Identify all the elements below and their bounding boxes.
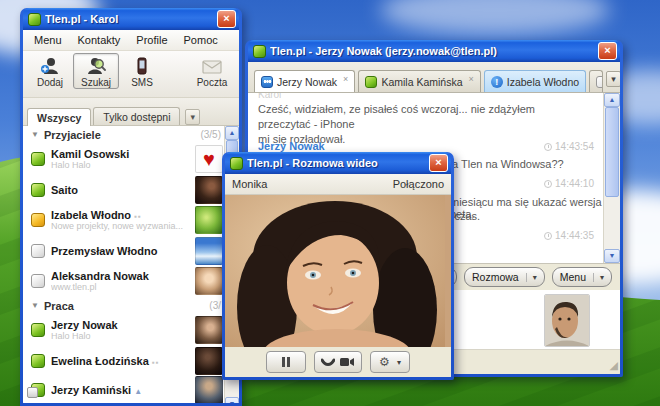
contact-name: Saito	[51, 184, 189, 196]
contact-row[interactable]: Aleksandra Nowak www.tlen.pl	[23, 265, 239, 297]
tab-all-contacts[interactable]: Wszyscy	[27, 108, 91, 126]
person-search-icon	[86, 56, 106, 76]
scrollbar-thumb[interactable]	[605, 107, 619, 197]
collapse-caret-icon[interactable]: ▲	[134, 387, 142, 396]
sky-clouds-avatar	[195, 237, 223, 265]
group-name: Przyjaciele	[44, 129, 201, 141]
toolbar-label: Szukaj	[81, 77, 111, 88]
chevron-down-icon[interactable]: ▾	[593, 273, 604, 282]
tab-available-contacts[interactable]: Tylko dostępni	[93, 107, 180, 125]
presence-online-icon	[31, 183, 45, 197]
scroll-down-icon[interactable]: ▼	[225, 397, 239, 403]
chevron-down-icon[interactable]: ▾	[526, 273, 537, 282]
contact-name: Jerzy Nowak	[51, 319, 189, 331]
heart-avatar: ♥	[195, 145, 223, 173]
menu-item-pomoc[interactable]: Pomoc	[177, 32, 225, 48]
chevron-down-icon: ▼	[31, 130, 39, 139]
connection-status: Połączono	[393, 178, 444, 190]
chevron-down-icon[interactable]: ▾	[397, 358, 401, 367]
pause-button[interactable]	[266, 351, 306, 373]
contacts-titlebar[interactable]: Tlen.pl - Karol ×	[23, 8, 239, 30]
tab-kamila-kaminska[interactable]: Kamila Kamińska ×	[358, 70, 480, 92]
call-camera-button[interactable]	[314, 351, 362, 373]
tlen-online-icon	[365, 76, 377, 88]
call-button[interactable]: Rozmowa▾	[464, 267, 545, 287]
contact-row[interactable]: Kamil Osowski Halo Halo ♥	[23, 143, 239, 175]
contact-row[interactable]: Jerzy Nowak Halo Halo	[23, 314, 239, 346]
tab-jerzy-nowak[interactable]: Jerzy Nowak ×	[254, 70, 355, 93]
close-icon[interactable]: ×	[217, 10, 236, 28]
menu-item-menu[interactable]: Menu	[27, 32, 69, 48]
group-header-praca[interactable]: ▼ Praca (3/	[23, 297, 239, 314]
tab-close-icon[interactable]: ×	[469, 74, 474, 84]
chevron-down-icon: ▼	[31, 301, 39, 310]
video-window-title: Tlen.pl - Rozmowa wideo	[247, 157, 425, 169]
contact-status: Nowe projekty, nowe wyzwania...	[51, 221, 189, 231]
contact-row[interactable]: Izabela Włodno ▪▪ Nowe projekty, nowe wy…	[23, 204, 239, 236]
scroll-up-icon[interactable]: ▲	[225, 126, 239, 140]
tab-izabela-wlodno[interactable]: ! Izabela Włodno	[484, 70, 586, 92]
chat-menu-button[interactable]: Menu▾	[552, 267, 612, 287]
phone-sms-icon	[132, 56, 152, 76]
presence-away-icon	[31, 213, 45, 227]
contact-row-metacontact[interactable]: Jerzy Kamiński ▲	[23, 375, 239, 403]
contacts-window-title: Tlen.pl - Karol	[45, 13, 213, 25]
message-sender-link[interactable]: Jerzy Nowak	[258, 140, 325, 152]
contact-name: Jerzy Kamiński ▲	[51, 384, 189, 396]
group-header-przyjaciele[interactable]: ▼ Przyjaciele (3/5)	[23, 126, 239, 143]
chat-tab-bar: Jerzy Nowak × Kamila Kamińska × ! Izabel…	[248, 62, 620, 93]
settings-icon: ⚙	[379, 356, 390, 368]
contact-status: Halo Halo	[51, 160, 189, 170]
video-camera-icon	[340, 357, 355, 367]
contact-row[interactable]: Ewelina Łodzińska ▪▪	[23, 346, 239, 375]
toolbar-label: Dodaj	[37, 77, 63, 88]
video-call-window: Tlen.pl - Rozmowa wideo × Monika Połączo…	[222, 152, 454, 380]
person-add-icon	[40, 56, 60, 76]
tab-krzysztof-bara[interactable]: Krzysztof Bara	[589, 70, 603, 92]
message-text: a Tlen na Windowsa??	[452, 158, 564, 170]
contact-row[interactable]: Saito	[23, 175, 239, 204]
presence-online-icon	[31, 354, 45, 368]
toolbar-label: SMS	[131, 77, 153, 88]
pause-icon	[282, 357, 290, 367]
contact-badge-icons: ▪▪	[152, 358, 160, 367]
chat-scrollbar[interactable]: ▲ ▼	[603, 93, 620, 263]
message-sender: Karol	[258, 93, 281, 100]
clock-icon	[544, 180, 552, 188]
contacts-window: Tlen.pl - Karol × Menu Kontakty Profile …	[20, 8, 242, 406]
filter-tabs: Wszyscy Tylko dostępni ▾	[23, 98, 239, 126]
video-status-bar: Monika Połączono	[225, 174, 451, 195]
chevron-down-icon[interactable]: ▾	[185, 109, 200, 125]
mail-button[interactable]: Poczta	[189, 53, 235, 89]
alert-icon: !	[491, 76, 503, 88]
clock-icon	[544, 143, 552, 151]
resize-grip[interactable]: ◢	[610, 359, 618, 372]
message-timestamp: 14:43:54	[544, 141, 594, 152]
search-contact-button[interactable]: Szukaj	[73, 53, 119, 89]
video-controls: ⚙ ▾	[225, 347, 451, 377]
toolbar: Dodaj Szukaj SMS	[23, 51, 239, 98]
clock-icon	[544, 232, 552, 240]
menu-item-profile[interactable]: Profile	[129, 32, 174, 48]
video-titlebar[interactable]: Tlen.pl - Rozmowa wideo ×	[225, 152, 451, 174]
woman-dark2-avatar	[195, 347, 223, 375]
chat-titlebar[interactable]: Tlen.pl - Jerzy Nowak (jerzy.nowak@tlen.…	[248, 40, 620, 62]
scroll-up-icon[interactable]: ▲	[604, 93, 620, 107]
video-settings-button[interactable]: ⚙ ▾	[370, 351, 410, 373]
menu-item-kontakty[interactable]: Kontakty	[71, 32, 128, 48]
tab-close-icon[interactable]: ×	[343, 74, 348, 84]
contact-badge-icons: ▪▪	[134, 212, 142, 221]
contact-list: ▼ Przyjaciele (3/5) Kamil Osowski Halo H…	[23, 126, 239, 403]
chat-window-title: Tlen.pl - Jerzy Nowak (jerzy.nowak@tlen.…	[270, 45, 594, 57]
contact-row[interactable]: Przemysław Włodno	[23, 236, 239, 265]
close-icon[interactable]: ×	[429, 154, 448, 172]
nature-green-avatar	[195, 206, 223, 234]
tab-list-chevron-icon[interactable]: ▾	[606, 71, 620, 87]
scroll-down-icon[interactable]: ▼	[604, 249, 620, 263]
tlen-offline-icon	[596, 76, 603, 88]
close-icon[interactable]: ×	[598, 42, 617, 60]
sms-button[interactable]: SMS	[119, 53, 165, 89]
self-avatar	[544, 294, 590, 347]
add-contact-button[interactable]: Dodaj	[27, 53, 73, 89]
man-portrait-avatar	[195, 316, 223, 344]
